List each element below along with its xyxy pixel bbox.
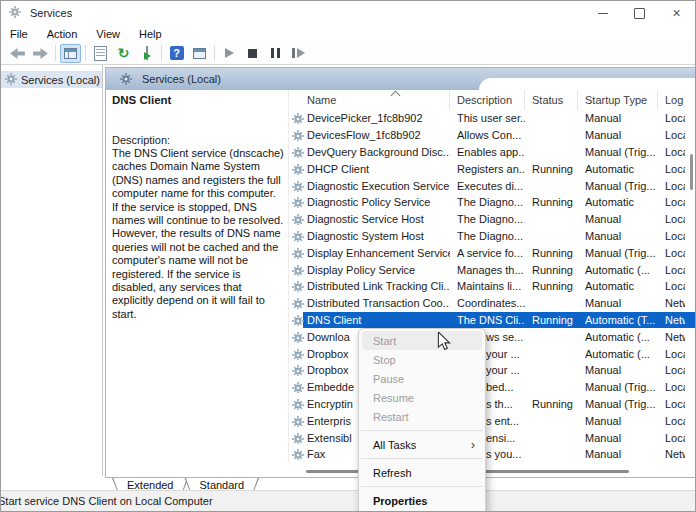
menu-action[interactable]: Action — [47, 28, 78, 40]
back-icon[interactable] — [7, 44, 28, 63]
table-row[interactable]: Enterpriss ent...ManualLoca — [289, 412, 695, 429]
table-row[interactable]: Diagnostic Execution ServiceExecutes di.… — [289, 177, 695, 194]
services-list: NameDescriptionStatusStartup TypeLog Dev… — [288, 90, 695, 463]
restart-service-icon[interactable] — [288, 44, 309, 63]
table-row[interactable]: Diagnostic Policy ServiceThe Diagno...Ru… — [289, 194, 695, 211]
services-gear-icon — [120, 73, 133, 86]
service-logon-cell: Loca — [658, 180, 685, 192]
toolbar-separator — [161, 45, 162, 61]
menu-item-stop: Stop — [359, 350, 485, 369]
service-startup-type-cell: Manual — [578, 448, 658, 460]
service-gear-icon — [292, 248, 304, 259]
vertical-scrollbar-thumb[interactable] — [690, 154, 693, 190]
table-row[interactable]: Display Enhancement ServiceA service fo.… — [289, 244, 695, 261]
refresh-icon[interactable]: ↻ — [113, 44, 134, 63]
context-menu: StartStopPauseResumeRestartAll Tasks›Ref… — [358, 328, 486, 512]
table-row[interactable]: Downloaws se...Automatic (...Netw — [289, 328, 695, 345]
menu-file[interactable]: File — [10, 28, 28, 40]
service-startup-type-cell: Manual — [578, 213, 658, 225]
service-logon-cell: Loca — [658, 213, 685, 225]
table-row[interactable]: Display Policy ServiceManages th...Runni… — [289, 261, 695, 278]
column-header-name[interactable]: Name — [289, 90, 450, 110]
show-hide-console-tree-icon[interactable] — [60, 44, 81, 63]
menu-view[interactable]: View — [96, 28, 120, 40]
stop-service-icon[interactable] — [242, 44, 263, 63]
table-row[interactable]: Embeddebed...Manual (Trig...Loca — [289, 379, 695, 396]
menu-item-refresh[interactable]: Refresh — [359, 463, 485, 482]
service-gear-icon — [292, 399, 304, 410]
table-row[interactable]: Diagnostic System HostThe Diagno...Manua… — [289, 228, 695, 245]
column-header-startup-type[interactable]: Startup Type — [578, 90, 658, 110]
menu-item-properties[interactable]: Properties — [359, 491, 485, 510]
service-logon-cell: Loca — [658, 348, 685, 360]
table-row[interactable]: Faxs you...ManualNetw — [289, 446, 695, 463]
pause-service-icon[interactable] — [265, 44, 286, 63]
console-tree: Services (Local) — [1, 65, 103, 476]
menu-item-all-tasks[interactable]: All Tasks› — [359, 435, 485, 454]
service-gear-icon — [292, 365, 304, 376]
toolbar: ↻ ? — [1, 42, 695, 65]
toolbar-separator — [214, 45, 215, 61]
service-logon-cell: Loca — [658, 432, 685, 444]
service-logon-cell: Loca — [658, 230, 685, 242]
table-row[interactable]: DevicePicker_1fc8b902This user ser...Man… — [289, 110, 695, 127]
service-logon-cell: Netw — [658, 331, 685, 343]
table-row[interactable]: Distributed Transaction Coo...Coordinate… — [289, 295, 695, 312]
service-description-cell: Coordinates... — [450, 297, 525, 309]
properties-icon[interactable] — [90, 44, 111, 63]
table-row[interactable]: Dropboxyour ...ManualLoca — [289, 362, 695, 379]
column-header-status[interactable]: Status — [525, 90, 578, 110]
service-gear-icon — [292, 298, 304, 309]
service-logon-cell: Netw — [658, 314, 685, 326]
service-startup-type-cell: Manual (Trig... — [578, 398, 658, 410]
service-startup-type-cell: Automatic (... — [578, 331, 658, 343]
service-name-cell: Diagnostic System Host — [289, 230, 450, 242]
service-status-cell: Running — [525, 398, 578, 410]
table-row[interactable]: DevicesFlow_1fc8b902Allows Con...ManualL… — [289, 127, 695, 144]
service-startup-type-cell: Automatic — [578, 163, 658, 175]
start-service-icon[interactable] — [219, 44, 240, 63]
table-row[interactable]: Dropboxyour ...Automatic (...Loca — [289, 345, 695, 362]
service-startup-type-cell: Manual (Trig... — [578, 146, 658, 158]
menu-help[interactable]: Help — [139, 28, 162, 40]
table-row[interactable]: DNS ClientThe DNS Cli...RunningAutomatic… — [289, 312, 695, 329]
service-name-cell: Diagnostic Service Host — [289, 213, 450, 225]
maximize-button[interactable] — [621, 1, 658, 25]
table-row[interactable]: DHCP ClientRegisters an...RunningAutomat… — [289, 160, 695, 177]
minimize-button[interactable] — [584, 1, 621, 25]
menu-separator — [361, 458, 483, 459]
column-header-log[interactable]: Log — [658, 90, 685, 110]
close-button[interactable]: × — [658, 1, 695, 25]
table-row[interactable]: Encryptins th...RunningManual (Trig...Lo… — [289, 396, 695, 413]
service-description-cell: Allows Con... — [450, 129, 525, 141]
service-description-cell: Manages th... — [450, 264, 525, 276]
tree-item-services-local[interactable]: Services (Local) — [1, 71, 102, 88]
service-status-cell: Running — [525, 163, 578, 175]
service-startup-type-cell: Manual — [578, 129, 658, 141]
service-name-cell: DHCP Client — [289, 163, 450, 175]
service-logon-cell: Loca — [658, 163, 685, 175]
help-icon[interactable]: ? — [166, 44, 187, 63]
submenu-arrow-icon: › — [471, 438, 475, 452]
table-row[interactable]: Distributed Link Tracking Cli...Maintain… — [289, 278, 695, 295]
service-startup-type-cell: Manual — [578, 364, 658, 376]
service-status-cell: Running — [525, 264, 578, 276]
toolbar-separator — [55, 45, 56, 61]
table-row[interactable]: Extensiblensi...ManualLoca — [289, 429, 695, 446]
service-description-cell: The DNS Cli... — [450, 314, 525, 326]
forward-icon[interactable] — [30, 44, 51, 63]
service-name-cell: DevicePicker_1fc8b902 — [289, 112, 450, 124]
extended-view-icon[interactable] — [189, 44, 210, 63]
service-logon-cell: Loca — [658, 381, 685, 393]
service-startup-type-cell: Manual — [578, 112, 658, 124]
menu-bar: File Action View Help — [1, 25, 695, 42]
service-description-cell: A service fo... — [450, 247, 525, 259]
service-gear-icon — [292, 281, 304, 292]
table-row[interactable]: Diagnostic Service HostThe Diagno...Manu… — [289, 211, 695, 228]
service-gear-icon — [292, 382, 304, 393]
export-list-icon[interactable] — [136, 44, 157, 63]
column-header-description[interactable]: Description — [450, 90, 525, 110]
service-description-cell: The Diagno... — [450, 230, 525, 242]
table-row[interactable]: DevQuery Background Disc...Enables app..… — [289, 144, 695, 161]
service-startup-type-cell: Manual — [578, 230, 658, 242]
